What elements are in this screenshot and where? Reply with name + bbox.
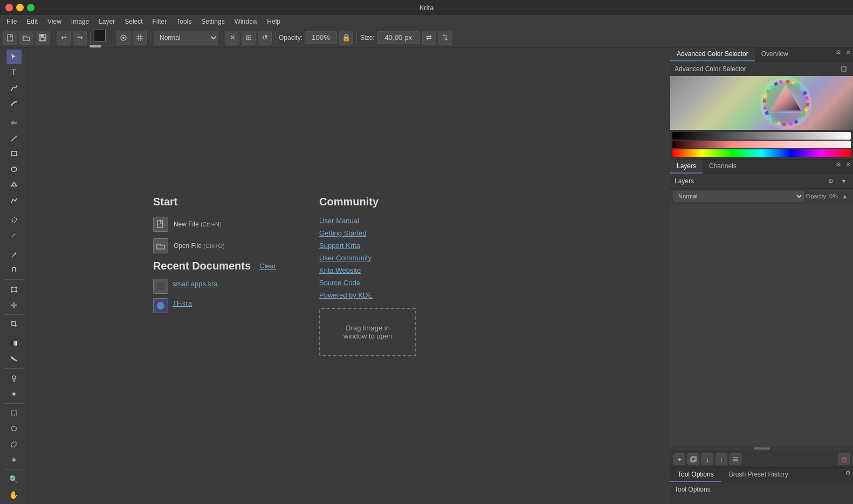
layer-list[interactable]	[670, 204, 853, 446]
size-input[interactable]	[377, 31, 420, 44]
drag-handle[interactable]	[754, 447, 770, 450]
refresh-button[interactable]: ↺	[258, 31, 272, 45]
tab-layers[interactable]: Layers	[670, 160, 703, 174]
tool-text[interactable]: T	[6, 65, 22, 80]
tool-freehand[interactable]	[6, 81, 22, 95]
mirror-v-button[interactable]: ⇅	[438, 31, 452, 45]
menu-help[interactable]: Help	[263, 17, 285, 26]
community-link-4[interactable]: Krita Website	[319, 266, 416, 274]
tool-move[interactable]: ✛	[6, 298, 22, 312]
tool-calligraphy[interactable]	[6, 96, 22, 111]
tool-color-picker[interactable]	[6, 371, 22, 385]
brush-preset-button[interactable]	[116, 31, 130, 45]
canvas-area[interactable]: Start New File (Ctrl+N) Open File (Ctrl+…	[28, 47, 670, 504]
recent-link-1[interactable]: TF.kra	[173, 299, 192, 307]
color-wheel-area[interactable]	[670, 76, 853, 130]
undo-button[interactable]: ↩	[57, 31, 71, 45]
tool-line[interactable]	[6, 131, 22, 146]
layers-filter-icon[interactable]: ▼	[839, 176, 849, 186]
tool-contiguous-select[interactable]	[6, 437, 22, 452]
tab-brush-preset-history[interactable]: Brush Preset History	[721, 468, 796, 482]
menu-settings[interactable]: Settings	[197, 17, 229, 26]
save-file-toolbar-button[interactable]	[36, 31, 50, 45]
tool-rect-select[interactable]	[6, 406, 22, 420]
recent-link-0[interactable]: small apps.kra	[173, 280, 218, 288]
opacity-input[interactable]	[305, 31, 337, 44]
tool-fill[interactable]	[6, 352, 22, 367]
tool-zoom[interactable]: 🔍	[6, 472, 22, 486]
tool-transform[interactable]	[6, 282, 22, 296]
community-link-5[interactable]: Source Code	[319, 279, 416, 287]
tab-channels[interactable]: Channels	[703, 160, 743, 174]
erase-button[interactable]: ✕	[225, 31, 239, 45]
duplicate-layer-button[interactable]	[687, 453, 699, 465]
recent-item-0[interactable]: small apps.kra	[153, 279, 276, 294]
move-layer-up-button[interactable]: ↑	[716, 453, 727, 465]
tool-path-select[interactable]	[6, 228, 22, 243]
redo-button[interactable]: ↪	[73, 31, 87, 45]
menu-image[interactable]: Image	[67, 17, 93, 26]
tool-select[interactable]	[6, 50, 22, 64]
clear-button[interactable]: Clear	[259, 262, 276, 270]
tool-polyline[interactable]	[6, 193, 22, 208]
layer-properties-button[interactable]	[730, 453, 741, 465]
community-link-3[interactable]: User Community	[319, 254, 416, 262]
layers-config-button[interactable]: ⚙	[834, 160, 843, 169]
tab-overview[interactable]: Overview	[755, 47, 795, 61]
color-slider-black[interactable]	[672, 132, 851, 140]
menu-file[interactable]: File	[2, 17, 21, 26]
community-link-2[interactable]: Support Krita	[319, 241, 416, 250]
bottom-panel-config[interactable]: ⚙	[843, 468, 853, 478]
tool-similar-select[interactable]: ✶	[6, 453, 22, 467]
mirror-h-button[interactable]: ⇄	[422, 31, 436, 45]
preserve-alpha-button[interactable]: ⊞	[242, 31, 256, 45]
tool-freehand-select[interactable]	[6, 212, 22, 227]
close-button[interactable]	[5, 4, 13, 11]
tool-polygon[interactable]	[6, 178, 22, 192]
tool-bezier-select[interactable]: ↗	[6, 247, 22, 262]
tool-gradient[interactable]	[6, 336, 22, 351]
community-link-6[interactable]: Powered by KDE	[319, 291, 416, 299]
tool-brush[interactable]: ✏	[6, 115, 22, 130]
color-panel-config-button[interactable]: ⚙	[834, 47, 843, 57]
community-link-1[interactable]: Getting Started	[319, 229, 416, 237]
minimize-button[interactable]	[16, 4, 24, 11]
tool-ellipse[interactable]	[6, 162, 22, 177]
menu-select[interactable]: Select	[120, 17, 147, 26]
add-layer-button[interactable]: +	[673, 453, 685, 465]
color-slider-red[interactable]	[672, 141, 851, 148]
delete-layer-button[interactable]: 🗑	[838, 453, 850, 465]
tab-tool-options[interactable]: Tool Options	[670, 468, 721, 482]
layers-close-button[interactable]: ✕	[843, 160, 853, 169]
tool-rect[interactable]	[6, 147, 22, 161]
color-slider-rainbow[interactable]	[672, 149, 851, 157]
menu-edit[interactable]: Edit	[22, 17, 42, 26]
move-layer-down-button[interactable]: ↓	[701, 453, 713, 465]
tool-smart-patch[interactable]: ✦	[6, 386, 22, 401]
maximize-button[interactable]	[27, 4, 35, 11]
tab-advanced-color-selector[interactable]: Advanced Color Selector	[670, 47, 755, 61]
layers-opacity-expand[interactable]: ▲	[840, 191, 850, 201]
menu-tools[interactable]: Tools	[172, 17, 196, 26]
tool-pan[interactable]: ✋	[6, 487, 22, 502]
recent-item-1[interactable]: TF.kra	[153, 298, 276, 313]
tool-ellipse-select[interactable]	[6, 422, 22, 436]
drag-drop-area[interactable]: Drag Image inwindow to open	[319, 308, 416, 356]
tool-magnetic-select[interactable]	[6, 263, 22, 278]
layers-blend-mode-select[interactable]: Normal	[673, 191, 804, 202]
menu-view[interactable]: View	[43, 17, 66, 26]
new-file-toolbar-button[interactable]	[3, 31, 17, 45]
community-link-0[interactable]: User Manual	[319, 217, 416, 225]
grid-toggle-button[interactable]	[133, 31, 147, 45]
menu-window[interactable]: Window	[230, 17, 262, 26]
open-file-toolbar-button[interactable]	[19, 31, 33, 45]
new-file-button[interactable]: New File (Ctrl+N)	[153, 217, 276, 232]
foreground-color[interactable]	[94, 30, 106, 42]
open-file-button[interactable]: Open File (Ctrl+O)	[153, 238, 276, 253]
menu-filter[interactable]: Filter	[148, 17, 171, 26]
color-panel-close-button[interactable]: ✕	[843, 47, 853, 57]
menu-layer[interactable]: Layer	[94, 17, 119, 26]
opacity-lock-button[interactable]: 🔒	[339, 31, 353, 45]
blend-mode-select[interactable]: Normal	[154, 31, 218, 45]
tool-crop[interactable]	[6, 317, 22, 332]
